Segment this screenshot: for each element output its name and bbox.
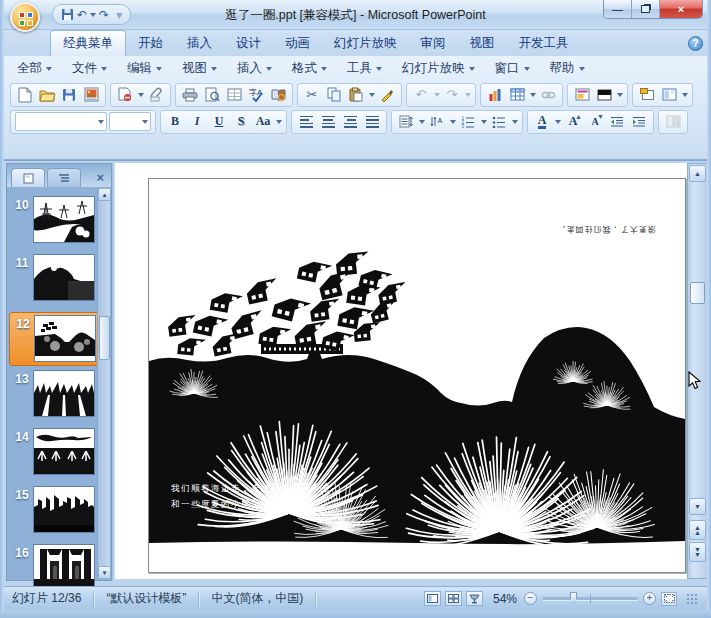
save-button[interactable]: [59, 85, 79, 105]
scroll-thumb[interactable]: [690, 282, 705, 304]
slide-thumbnail-13[interactable]: 13: [11, 370, 99, 422]
restore-button[interactable]: [632, 0, 660, 18]
publish-button[interactable]: [115, 85, 135, 105]
office-button[interactable]: [10, 2, 40, 32]
tab-slideshow[interactable]: 幻灯片放映: [322, 31, 409, 56]
save-as-picture-button[interactable]: [81, 85, 101, 105]
numbering-button[interactable]: 123: [458, 112, 478, 132]
underline-button[interactable]: U: [209, 112, 229, 132]
align-center-button[interactable]: [318, 112, 338, 132]
line-spacing-dropdown[interactable]: [419, 120, 425, 124]
change-case-button[interactable]: Aa: [253, 112, 273, 132]
menu-file[interactable]: 文件: [65, 57, 114, 80]
slideshow-view-button[interactable]: [466, 591, 483, 606]
tab-design[interactable]: 设计: [224, 31, 273, 56]
insert-table-dropdown[interactable]: [530, 93, 536, 97]
fit-to-window-button[interactable]: [661, 592, 677, 606]
font-name-combobox[interactable]: [15, 112, 107, 131]
shrink-font-button[interactable]: A▼: [585, 112, 605, 132]
slide-design-button[interactable]: [572, 85, 592, 105]
menu-tools[interactable]: 工具: [340, 57, 389, 80]
bullets-dropdown[interactable]: [512, 120, 518, 124]
new-document-button[interactable]: [15, 85, 35, 105]
spelling-button[interactable]: 字A: [246, 85, 266, 105]
menu-edit[interactable]: 编辑: [120, 57, 169, 80]
attach-file-button[interactable]: [146, 85, 166, 105]
slide-thumbnail-15[interactable]: 15: [11, 486, 99, 538]
status-language[interactable]: 中文(简体，中国): [199, 591, 316, 607]
tab-insert[interactable]: 插入: [175, 31, 224, 56]
justify-button[interactable]: [362, 112, 382, 132]
tab-classic-menu[interactable]: 经典菜单: [50, 30, 126, 56]
print-button[interactable]: [180, 85, 200, 105]
status-slide-counter[interactable]: 幻灯片 12/36: [0, 591, 94, 607]
line-spacing-button[interactable]: [396, 112, 416, 132]
insert-chart-button[interactable]: [485, 85, 505, 105]
menu-help[interactable]: 帮助: [543, 57, 592, 80]
text-direction-button[interactable]: A: [427, 112, 447, 132]
tab-slides[interactable]: [11, 168, 45, 187]
page-setup-button[interactable]: [224, 85, 244, 105]
insert-table-button[interactable]: [507, 85, 527, 105]
previous-slide-button[interactable]: ▲▲: [689, 520, 706, 540]
text-shadow-button[interactable]: S: [231, 112, 251, 132]
resize-grip[interactable]: [687, 594, 697, 604]
undo-button[interactable]: ↶: [411, 85, 431, 105]
tab-review[interactable]: 审阅: [409, 31, 458, 56]
zoom-slider-handle[interactable]: [570, 592, 577, 603]
slide-layout-dropdown[interactable]: [682, 93, 688, 97]
paste-button[interactable]: [346, 85, 366, 105]
scroll-down-button[interactable]: ▼: [689, 498, 706, 515]
print-preview-button[interactable]: [202, 85, 222, 105]
menu-slideshow[interactable]: 幻灯片放映: [395, 57, 482, 80]
menu-window[interactable]: 窗口: [488, 57, 537, 80]
tab-outline[interactable]: [47, 168, 81, 187]
zoom-in-button[interactable]: +: [643, 592, 656, 605]
help-icon[interactable]: ?: [688, 36, 703, 51]
menu-insert[interactable]: 插入: [230, 57, 279, 80]
font-color-button[interactable]: A: [532, 112, 552, 132]
align-left-button[interactable]: [296, 112, 316, 132]
numbering-dropdown[interactable]: [481, 120, 487, 124]
panel-scroll-down[interactable]: ▼: [98, 566, 111, 579]
slide-sorter-button[interactable]: [445, 591, 462, 606]
research-button[interactable]: [268, 85, 288, 105]
background-style-button[interactable]: [594, 85, 614, 105]
slide-canvas[interactable]: 浪更大了，我们往回走。 我们顺着海边走，走过几处沼泽水湾， 和一些度夏的小屋。: [148, 178, 686, 573]
slide-thumbnail-12-selected[interactable]: 12: [9, 312, 103, 366]
redo-dropdown[interactable]: [465, 93, 471, 97]
zoom-slider-track[interactable]: [542, 597, 638, 600]
hyperlink-button[interactable]: [538, 85, 558, 105]
open-button[interactable]: [37, 85, 57, 105]
panel-scroll-thumb[interactable]: [99, 316, 110, 360]
panel-scrollbar[interactable]: ▲ ▼: [97, 188, 110, 579]
next-slide-button[interactable]: ▼▼: [689, 542, 706, 562]
background-dropdown[interactable]: [617, 93, 623, 97]
slide-layout-button[interactable]: [659, 85, 679, 105]
zoom-level[interactable]: 54%: [493, 592, 517, 606]
scroll-up-button[interactable]: ▲: [689, 165, 706, 182]
publish-dropdown[interactable]: [138, 93, 144, 97]
close-button[interactable]: ×: [660, 0, 702, 18]
redo-button[interactable]: ↷: [442, 85, 462, 105]
normal-view-button[interactable]: [424, 591, 441, 606]
slide-thumbnail-14[interactable]: 14: [11, 428, 99, 480]
zoom-out-button[interactable]: −: [524, 592, 537, 605]
text-direction-dropdown[interactable]: [450, 120, 456, 124]
cut-button[interactable]: ✂: [302, 85, 322, 105]
tab-animations[interactable]: 动画: [273, 31, 322, 56]
tab-view[interactable]: 视图: [458, 31, 507, 56]
paste-dropdown[interactable]: [369, 93, 375, 97]
align-right-button[interactable]: [340, 112, 360, 132]
change-case-dropdown[interactable]: [276, 120, 282, 124]
bold-button[interactable]: B: [165, 112, 185, 132]
format-painter-button[interactable]: [377, 85, 397, 105]
status-design-template[interactable]: “默认设计模板”: [94, 591, 199, 607]
minimize-button[interactable]: —: [604, 0, 632, 18]
grow-font-button[interactable]: A▲: [563, 112, 583, 132]
font-color-dropdown[interactable]: [555, 120, 561, 124]
menu-all[interactable]: 全部: [10, 57, 59, 80]
undo-dropdown[interactable]: [434, 93, 440, 97]
decrease-indent-button[interactable]: [607, 112, 627, 132]
slide-thumbnail-10[interactable]: 10: [11, 196, 99, 248]
